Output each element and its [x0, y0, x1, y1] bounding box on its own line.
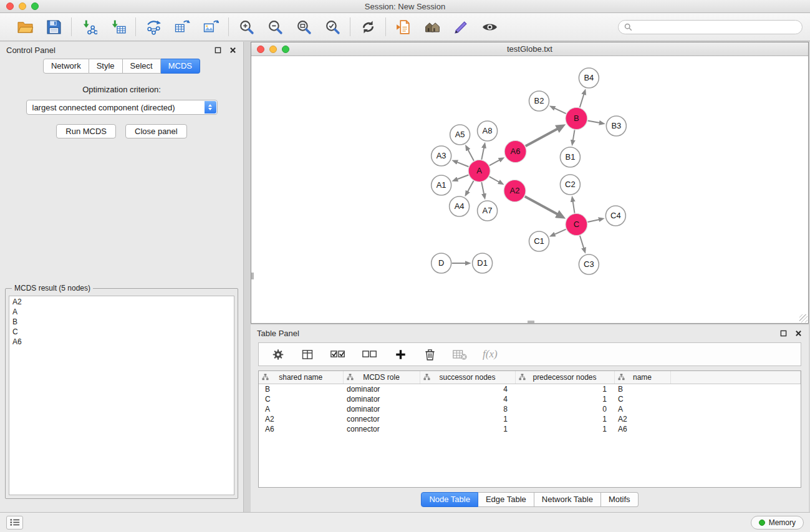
- search-input[interactable]: [635, 22, 796, 31]
- node-B1[interactable]: B1: [560, 147, 580, 167]
- tab-motifs[interactable]: Motifs: [601, 492, 639, 507]
- tab-network[interactable]: Network: [43, 59, 89, 74]
- node-A2[interactable]: A2: [504, 180, 526, 202]
- result-item[interactable]: B: [9, 317, 234, 327]
- tab-mcds[interactable]: MCDS: [161, 59, 200, 74]
- network-close-button[interactable]: [257, 46, 264, 53]
- tab-select[interactable]: Select: [123, 59, 161, 74]
- refresh-icon[interactable]: [359, 17, 377, 36]
- float-panel-icon[interactable]: [214, 46, 222, 54]
- tab-edge-table[interactable]: Edge Table: [478, 492, 534, 507]
- node-B[interactable]: B: [566, 108, 587, 130]
- edge-A-A3[interactable]: [457, 162, 469, 167]
- vertical-scroll-indicator[interactable]: [251, 273, 254, 279]
- edge-B-B4[interactable]: [580, 94, 584, 108]
- edge-A-A7[interactable]: [481, 182, 484, 194]
- network-canvas[interactable]: B4B2BB3A5A8A6A3AB1A1A2C2A4A7C4CC1DD1C3: [251, 56, 808, 323]
- node-B3[interactable]: B3: [606, 116, 626, 136]
- table-row[interactable]: Adominator80A: [259, 404, 801, 414]
- node-B4[interactable]: B4: [579, 68, 599, 88]
- edge-C-C4[interactable]: [587, 220, 599, 222]
- result-item[interactable]: A6: [9, 337, 234, 347]
- edge-A-A2[interactable]: [489, 177, 499, 182]
- resize-grip[interactable]: [799, 314, 808, 322]
- close-panel-button[interactable]: Close panel: [125, 124, 187, 138]
- table-row[interactable]: A6connector11A6: [259, 424, 801, 434]
- node-C1[interactable]: C1: [529, 231, 549, 251]
- zoom-selected-icon[interactable]: [323, 17, 342, 36]
- import-network-icon[interactable]: [80, 17, 99, 36]
- column-header-MCDS-role[interactable]: MCDS role: [343, 371, 420, 384]
- function-builder-icon[interactable]: f(x): [483, 347, 498, 362]
- document-icon[interactable]: [394, 17, 413, 36]
- tab-node-table[interactable]: Node Table: [421, 492, 478, 507]
- edge-B-B3[interactable]: [588, 120, 600, 123]
- node-C3[interactable]: C3: [579, 254, 599, 274]
- node-A6[interactable]: A6: [504, 141, 526, 163]
- float-table-panel-icon[interactable]: [779, 329, 788, 337]
- home-icon[interactable]: [423, 17, 441, 36]
- minimize-window-button[interactable]: [19, 2, 26, 10]
- tab-style[interactable]: Style: [89, 59, 123, 74]
- node-C[interactable]: C: [566, 214, 587, 236]
- column-header-predecessor-nodes[interactable]: predecessor nodes: [515, 371, 614, 384]
- horizontal-scroll-indicator[interactable]: [528, 321, 534, 323]
- edge-A2-C[interactable]: [525, 196, 557, 215]
- tab-network-table[interactable]: Network Table: [534, 492, 601, 507]
- edge-A-A4[interactable]: [468, 181, 474, 191]
- node-A3[interactable]: A3: [432, 146, 451, 166]
- columns-icon[interactable]: [301, 347, 314, 362]
- edge-C-C3[interactable]: [580, 236, 584, 249]
- deselect-all-icon[interactable]: [362, 347, 378, 362]
- node-D1[interactable]: D1: [473, 253, 493, 273]
- result-item[interactable]: C: [9, 327, 234, 337]
- zoom-fit-icon[interactable]: [294, 17, 313, 36]
- close-panel-icon[interactable]: [229, 46, 237, 54]
- close-window-button[interactable]: [6, 2, 14, 10]
- memory-button[interactable]: Memory: [751, 516, 804, 530]
- zoom-in-icon[interactable]: [237, 17, 256, 36]
- network-minimize-button[interactable]: [269, 46, 277, 53]
- node-A4[interactable]: A4: [450, 196, 470, 216]
- select-all-icon[interactable]: [330, 347, 346, 362]
- network-graph[interactable]: B4B2BB3A5A8A6A3AB1A1A2C2A4A7C4CC1DD1C3: [251, 56, 808, 323]
- save-icon[interactable]: [44, 17, 63, 36]
- export-image-icon[interactable]: [201, 17, 220, 36]
- node-A7[interactable]: A7: [478, 201, 498, 221]
- network-zoom-button[interactable]: [282, 46, 289, 53]
- table-row[interactable]: Bdominator41B: [259, 384, 801, 394]
- table-row[interactable]: A2connector11A2: [259, 414, 801, 424]
- column-header-name[interactable]: name: [614, 371, 670, 384]
- zoom-out-icon[interactable]: [266, 17, 284, 36]
- node-A[interactable]: A: [468, 160, 490, 182]
- edge-A-A8[interactable]: [481, 148, 484, 160]
- edge-B-B1[interactable]: [573, 130, 575, 140]
- trash-icon[interactable]: [423, 347, 436, 362]
- panel-list-button[interactable]: [6, 516, 23, 530]
- edge-C-C1[interactable]: [554, 230, 566, 235]
- gear-icon[interactable]: [271, 347, 285, 362]
- criterion-dropdown[interactable]: largest connected component (directed): [26, 100, 218, 115]
- export-table-icon[interactable]: [173, 17, 191, 36]
- add-icon[interactable]: [393, 347, 407, 362]
- node-A5[interactable]: A5: [450, 125, 470, 145]
- run-mcds-button[interactable]: Run MCDS: [56, 124, 116, 138]
- export-network-icon[interactable]: [144, 17, 163, 36]
- delete-table-icon[interactable]: [452, 347, 467, 362]
- brush-icon[interactable]: [451, 17, 470, 36]
- node-A8[interactable]: A8: [478, 121, 498, 141]
- edge-A-A6[interactable]: [489, 160, 500, 165]
- edge-B-B2[interactable]: [554, 108, 566, 114]
- search-box[interactable]: [618, 20, 803, 34]
- node-C2[interactable]: C2: [560, 175, 580, 195]
- edge-C-C2[interactable]: [573, 201, 575, 213]
- mcds-result-list[interactable]: A2ABCA6: [9, 296, 234, 495]
- result-item[interactable]: A: [9, 307, 234, 317]
- result-item[interactable]: A2: [9, 297, 234, 307]
- import-table-icon[interactable]: [108, 17, 127, 36]
- folder-open-icon[interactable]: [16, 17, 34, 36]
- table-row[interactable]: Cdominator41C: [259, 394, 801, 404]
- node-B2[interactable]: B2: [529, 91, 549, 111]
- column-header-shared-name[interactable]: shared name: [259, 371, 343, 384]
- node-C4[interactable]: C4: [605, 206, 625, 226]
